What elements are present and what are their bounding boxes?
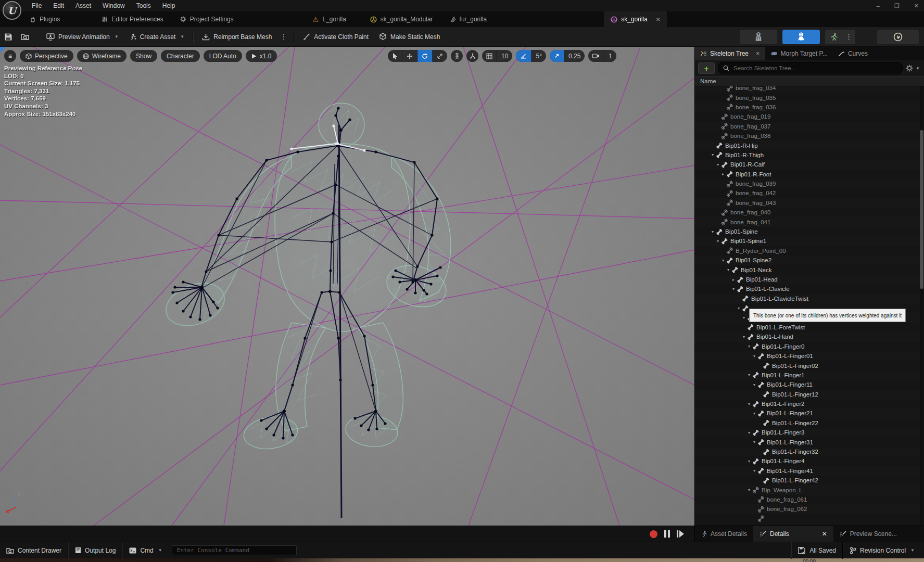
tree-row-bone_frag_043[interactable]: bone_frag_043 [695, 198, 924, 208]
tree-row-Bip01-L-Finger21[interactable]: ▾Bip01-L-Finger21 [695, 408, 924, 418]
tab-fur-gorilla[interactable]: fur_gorilla [443, 11, 494, 27]
tree-row-Bip01-L-Finger22[interactable]: Bip01-L-Finger22 [695, 418, 924, 428]
tree-row-Bip01-L-Finger01[interactable]: ▾Bip01-L-Finger01 [695, 351, 924, 361]
tree-column-header[interactable]: Name [695, 76, 924, 86]
tree-row-Bip01-L-Finger1[interactable]: ▾Bip01-L-Finger1 [695, 371, 924, 380]
cmd-selector[interactable]: Cmd ▼ [123, 542, 168, 559]
tree-row-Bip01-L-Finger0[interactable]: ▾Bip01-L-Finger0 [695, 342, 924, 351]
viewport[interactable]: z ≡ Perspective Wireframe Show Character… [0, 47, 694, 526]
reimport-base-mesh-button[interactable]: Reimport Base Mesh [197, 30, 277, 44]
tree-row-Bip01-L-Finger11[interactable]: ▾Bip01-L-Finger11 [695, 380, 924, 389]
tab-plugins[interactable]: Plugins [23, 11, 67, 27]
tab-sk-gorilla[interactable]: sk_gorilla ✕ [604, 11, 667, 27]
tree-row-Bip01-L-Finger31[interactable]: ▾Bip01-L-Finger31 [695, 437, 924, 446]
camera-speed-toggle[interactable] [588, 50, 604, 62]
tree-row-Bip01-L-Finger2[interactable]: ▾Bip01-L-Finger2 [695, 399, 924, 408]
world-local-toggle[interactable] [466, 50, 478, 62]
tree-row-Bip01-L-Finger12[interactable]: Bip01-L-Finger12 [695, 390, 924, 399]
perspective-button[interactable]: Perspective [20, 50, 73, 62]
tree-row-Bip01-L-ForeTwist[interactable]: Bip01-L-ForeTwist [695, 323, 924, 332]
save-button[interactable] [0, 30, 17, 44]
expander-open-icon[interactable]: ▾ [746, 373, 752, 377]
tree-row-Bip01-L-Finger02[interactable]: Bip01-L-Finger02 [695, 361, 924, 370]
expander-open-icon[interactable]: ▾ [751, 382, 757, 387]
expander-open-icon[interactable]: ▾ [751, 468, 757, 473]
close-tab-icon[interactable]: ✕ [822, 530, 827, 538]
character-menu-button[interactable]: Character [161, 50, 200, 62]
view-mode-button[interactable]: Wireframe [77, 50, 126, 62]
grid-snap-toggle[interactable] [482, 50, 497, 62]
activate-cloth-paint-button[interactable]: Activate Cloth Paint [297, 30, 374, 44]
scale-tool-button[interactable] [433, 50, 447, 62]
skeleton-mode-button[interactable] [740, 30, 777, 44]
tree-row-B_Ryder_Point_00[interactable]: B_Ryder_Point_00 [695, 246, 924, 256]
minimize-button[interactable]: – [877, 3, 880, 9]
expander-open-icon[interactable]: ▾ [746, 344, 752, 349]
expander-open-icon[interactable]: ▾ [736, 306, 742, 311]
tree-row-Bip01-Spine2[interactable]: ▾Bip01-Spine2 [695, 256, 924, 265]
tree-row-Bip01-L-Hand[interactable]: ▾Bip01-L-Hand [695, 332, 924, 341]
pause-button[interactable] [664, 530, 670, 538]
tree-row[interactable] [695, 514, 924, 523]
scale-snap-value[interactable]: 0.25 [564, 50, 585, 62]
maximize-button[interactable]: ❐ [894, 3, 900, 9]
content-drawer-button[interactable]: Content Drawer [0, 542, 68, 559]
camera-speed-value[interactable]: 1 [604, 50, 616, 62]
tree-row-Bip01-R-Thigh[interactable]: ▾Bip01-R-Thigh [695, 150, 924, 160]
tab-l-gorilla[interactable]: ⚠ L_gorilla [306, 11, 353, 27]
tree-row-Bip01-R-Foot[interactable]: ▸Bip01-R-Foot [695, 170, 924, 179]
expander-open-icon[interactable]: ▾ [720, 258, 726, 263]
close-tab-icon[interactable]: ✕ [656, 17, 660, 22]
tree-settings[interactable]: ▼ [906, 65, 921, 72]
tree-row-Bip01-R-Hip[interactable]: Bip01-R-Hip [695, 140, 924, 150]
tree-row-bone_frag_019[interactable]: bone_frag_019 [695, 112, 924, 121]
expander-open-icon[interactable]: ▾ [710, 152, 716, 157]
add-bone-button[interactable]: + [698, 62, 715, 74]
tree-row-Bip01-L-Finger4[interactable]: ▾Bip01-L-Finger4 [695, 456, 924, 466]
browse-to-asset-button[interactable] [17, 30, 34, 44]
tree-row-bone_frag_035[interactable]: bone_frag_035 [695, 93, 924, 102]
tree-row-bone_frag_034[interactable]: bone_frag_034 [695, 86, 924, 93]
reimport-options-kebab-icon[interactable]: ⋮ [277, 33, 290, 41]
tree-row-Bip01-L-Finger32[interactable]: Bip01-L-Finger32 [695, 447, 924, 456]
expander-open-icon[interactable]: ▾ [746, 402, 752, 406]
tree-row-bone_frag_037[interactable]: bone_frag_037 [695, 122, 924, 131]
expander-open-icon[interactable]: ▾ [751, 440, 757, 444]
menu-edit[interactable]: Edit [47, 2, 70, 9]
tree-row-Bip_Weapon_L[interactable]: ▾Bip_Weapon_L [695, 485, 924, 494]
cloth-physics-button[interactable] [877, 30, 919, 44]
expander-open-icon[interactable]: ▾ [746, 430, 752, 435]
tab-details[interactable]: Details ✕ [753, 526, 833, 542]
tree-row-Bip01-L-Finger42[interactable]: Bip01-L-Finger42 [695, 476, 924, 485]
rotation-snap-toggle[interactable] [516, 50, 531, 62]
grid-snap-value[interactable]: 10 [497, 50, 512, 62]
tree-row-bone_frag_038[interactable]: bone_frag_038 [695, 131, 924, 140]
scale-snap-toggle[interactable] [550, 50, 564, 62]
mesh-mode-button[interactable] [782, 30, 820, 44]
make-static-mesh-button[interactable]: Make Static Mesh [374, 30, 445, 44]
tree-row-Bip01-Spine1[interactable]: ▾Bip01-Spine1 [695, 236, 924, 246]
expander-open-icon[interactable]: ▾ [751, 411, 757, 416]
output-log-button[interactable]: Output Log [69, 542, 122, 559]
select-tool-button[interactable] [388, 50, 402, 62]
show-menu-button[interactable]: Show [130, 50, 157, 62]
expander-open-icon[interactable]: ▾ [751, 354, 757, 359]
preview-animation-button[interactable]: Preview Animation▼ [41, 30, 124, 44]
viewport-menu-button[interactable]: ≡ [4, 50, 16, 62]
revision-control-button[interactable]: Revision Control ▼ [843, 542, 924, 559]
expander-closed-icon[interactable]: ▸ [720, 172, 726, 176]
expander-open-icon[interactable]: ▾ [741, 315, 747, 320]
tab-preview-scene-settings[interactable]: Preview Scene... [833, 526, 903, 542]
expander-open-icon[interactable]: ▾ [715, 239, 721, 244]
tab-asset-details[interactable]: Asset Details [695, 526, 753, 542]
expander-open-icon[interactable]: ▾ [746, 488, 752, 492]
expander-open-icon[interactable]: ▾ [746, 459, 752, 464]
tab-sk-gorilla-modular[interactable]: sk_gorilla_Modular [363, 11, 440, 27]
console-command-input[interactable] [176, 546, 293, 554]
menu-tools[interactable]: Tools [131, 2, 157, 9]
expander-closed-icon[interactable]: ▸ [730, 277, 737, 282]
tree-row-bone_frag_042[interactable]: bone_frag_042 [695, 188, 924, 198]
search-box[interactable] [718, 62, 903, 74]
preview-profile-button[interactable] [451, 50, 463, 62]
record-button[interactable] [650, 530, 657, 538]
